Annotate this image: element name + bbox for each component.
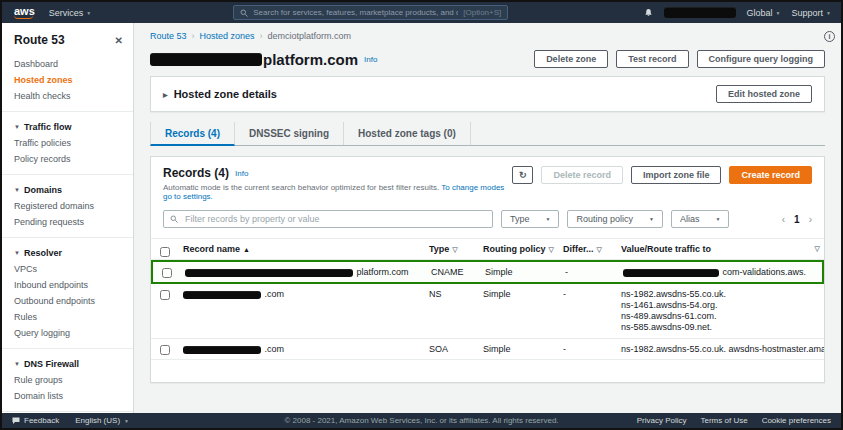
sidebar-group-traffic-flow[interactable]: ▼ Traffic flow	[2, 119, 133, 135]
sidebar-group-dns-firewall[interactable]: ▼ DNS Firewall	[2, 356, 133, 372]
feedback-link[interactable]: Feedback	[12, 416, 59, 425]
sidebar-group-domains[interactable]: ▼ Domains	[2, 182, 133, 198]
row-checkbox[interactable]	[160, 345, 170, 355]
sidebar-item-registered-domains[interactable]: Registered domains	[2, 198, 133, 214]
redacted-text	[185, 269, 353, 277]
language-selector[interactable]: English (US) ▼	[75, 416, 129, 425]
refresh-button[interactable]: ↻	[512, 166, 534, 184]
header-type[interactable]: Type▽	[425, 239, 479, 259]
chevron-down-icon: ▼	[124, 418, 129, 424]
redacted-text	[183, 291, 261, 299]
table-row[interactable]: .com SOA Simple - ns-1982.awsdns-55.co.u…	[151, 339, 824, 360]
row-checkbox[interactable]	[162, 268, 172, 278]
delete-zone-button[interactable]: Delete zone	[534, 50, 608, 68]
header-routing-policy[interactable]: Routing policy▽	[479, 239, 559, 259]
record-differentiator-cell: -	[559, 339, 617, 359]
sidebar-item-policy-records[interactable]: Policy records	[2, 151, 133, 167]
record-type-cell: NS	[425, 284, 479, 338]
sidebar-item-vpcs[interactable]: VPCs	[2, 261, 133, 277]
header-checkbox-cell	[151, 241, 179, 257]
import-zone-file-button[interactable]: Import zone file	[631, 166, 722, 184]
chevron-down-icon: ▼	[14, 250, 20, 256]
aws-logo[interactable]: aws	[12, 5, 37, 20]
breadcrumb-hosted-zones[interactable]: Hosted zones	[200, 31, 255, 41]
sidebar-group-resolver[interactable]: ▼ Resolver	[2, 245, 133, 261]
test-record-button[interactable]: Test record	[616, 50, 688, 68]
sidebar-item-traffic-policies[interactable]: Traffic policies	[2, 135, 133, 151]
services-label: Services	[49, 8, 84, 18]
region-menu[interactable]: Global ▼	[747, 8, 781, 18]
search-icon	[170, 215, 178, 223]
tab-records[interactable]: Records (4)	[150, 122, 235, 146]
sidebar-item-pending-requests[interactable]: Pending requests	[2, 214, 133, 230]
table-row[interactable]: platform.com CNAME Simple - com-validati…	[151, 260, 824, 284]
record-name-cell: .com	[179, 339, 425, 359]
alias-filter-dropdown[interactable]: Alias ▼	[671, 210, 729, 228]
row-checkbox[interactable]	[160, 290, 170, 300]
divider	[2, 411, 133, 412]
page-number[interactable]: 1	[794, 214, 800, 225]
zone-tabs: Records (4) DNSSEC signing Hosted zone t…	[150, 122, 825, 146]
redacted-zone-name	[150, 53, 262, 66]
sidebar-item-domain-lists[interactable]: Domain lists	[2, 388, 133, 404]
chevron-down-icon: ▼	[86, 10, 91, 16]
edit-hosted-zone-button[interactable]: Edit hosted zone	[716, 85, 812, 103]
delete-record-button[interactable]: Delete record	[541, 166, 623, 184]
console-footer: Feedback English (US) ▼ © 2008 - 2021, A…	[2, 413, 841, 428]
divider	[2, 174, 133, 175]
records-title: Records (4) Info	[163, 166, 512, 180]
records-info-link[interactable]: Info	[235, 169, 248, 178]
services-menu[interactable]: Services ▼	[49, 8, 91, 18]
hosted-zone-details-title: Hosted zone details	[174, 88, 277, 100]
title-info-link[interactable]: Info	[364, 55, 377, 64]
sidebar-item-dashboard[interactable]: Dashboard	[2, 56, 133, 72]
sidebar-item-health-checks[interactable]: Health checks	[2, 88, 133, 104]
breadcrumb-route53[interactable]: Route 53	[150, 31, 187, 41]
header-differentiator[interactable]: Differ...▽	[559, 239, 617, 259]
records-filter-input[interactable]	[183, 213, 486, 225]
configure-query-logging-button[interactable]: Configure query logging	[697, 50, 826, 68]
records-filter-searchbox[interactable]	[163, 210, 493, 228]
notifications-bell-icon[interactable]	[644, 8, 653, 18]
terms-of-use-link[interactable]: Terms of Use	[701, 416, 748, 425]
previous-page-icon[interactable]: ‹	[782, 214, 785, 225]
tab-hosted-zone-tags[interactable]: Hosted zone tags (0)	[344, 122, 471, 145]
info-panel-icon[interactable]: i	[824, 31, 835, 42]
breadcrumb-current-zone: demciotplatform.com	[268, 31, 352, 41]
aws-console-window: aws Services ▼ Search for services, feat…	[0, 0, 843, 430]
header-record-name[interactable]: Record name▲	[179, 239, 425, 259]
select-all-checkbox[interactable]	[160, 247, 170, 257]
tab-dnssec-signing[interactable]: DNSSEC signing	[235, 122, 344, 145]
sidebar-item-rules[interactable]: Rules	[2, 309, 133, 325]
table-header-row: Record name▲ Type▽ Routing policy▽ Diffe…	[151, 239, 824, 260]
page-title: platform.com Info	[150, 51, 377, 68]
record-type-cell: SOA	[425, 339, 479, 359]
sidebar-item-inbound-endpoints[interactable]: Inbound endpoints	[2, 277, 133, 293]
account-menu[interactable]	[664, 7, 736, 18]
chevron-down-icon: ▼	[14, 187, 20, 193]
header-value-route-traffic[interactable]: Value/Route traffic to▽	[617, 239, 824, 259]
record-routing-cell: Simple	[479, 284, 559, 338]
create-record-button[interactable]: Create record	[729, 166, 812, 184]
sidebar-item-rule-groups[interactable]: Rule groups	[2, 372, 133, 388]
records-table: Record name▲ Type▽ Routing policy▽ Diffe…	[151, 238, 824, 360]
sidebar-item-outbound-endpoints[interactable]: Outbound endpoints	[2, 293, 133, 309]
breadcrumb-separator: ›	[192, 31, 195, 41]
type-filter-dropdown[interactable]: Type ▼	[501, 210, 559, 228]
support-menu[interactable]: Support ▼	[792, 8, 831, 18]
table-row[interactable]: .com NS Simple - ns-1982.awsdns-55.co.uk…	[151, 284, 824, 339]
sidebar-item-hosted-zones[interactable]: Hosted zones	[2, 72, 133, 88]
privacy-policy-link[interactable]: Privacy Policy	[637, 416, 687, 425]
sort-icon: ▽	[549, 246, 554, 253]
search-shortcut-hint: [Option+S]	[463, 8, 501, 17]
global-search-input[interactable]: Search for services, features, marketpla…	[233, 5, 508, 20]
hosted-zone-details-card: ▶ Hosted zone details Edit hosted zone	[150, 76, 825, 112]
cookie-preferences-link[interactable]: Cookie preferences	[762, 416, 831, 425]
records-card: Records (4) Info Automatic mode is the c…	[150, 156, 825, 383]
routing-policy-filter-dropdown[interactable]: Routing policy ▼	[567, 210, 662, 228]
close-icon[interactable]: ✕	[115, 35, 123, 46]
next-page-icon[interactable]: ›	[809, 214, 812, 225]
sidebar-item-query-logging[interactable]: Query logging	[2, 325, 133, 341]
hosted-zone-details-toggle[interactable]: ▶ Hosted zone details	[163, 88, 277, 100]
refresh-icon: ↻	[519, 170, 527, 180]
